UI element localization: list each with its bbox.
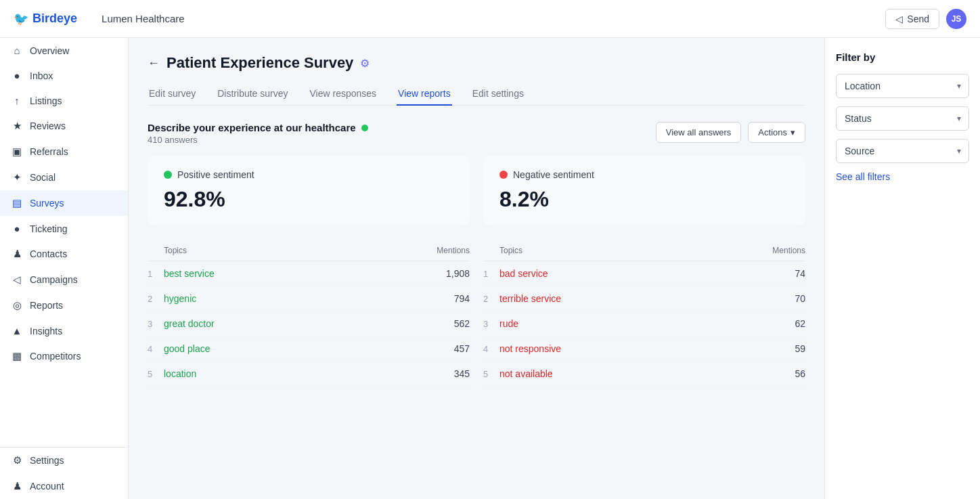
main-content: ← Patient Experience Survey ⚙ Edit surve… <box>129 38 824 499</box>
layout: ⌂Overview●Inbox↑Listings★Reviews▣Referra… <box>0 38 980 499</box>
topbar: 🐦 Birdeye Lumen Healthcare ◁ Send JS <box>0 0 980 38</box>
tab-view-reports[interactable]: View reports <box>397 83 452 106</box>
sidebar-item-reports[interactable]: ◎Reports <box>0 292 128 318</box>
positive-topic-row: 5 location 345 <box>148 362 470 387</box>
back-button[interactable]: ← <box>148 56 160 70</box>
surveys-icon: ▤ <box>11 197 23 209</box>
sidebar-item-ticketing[interactable]: ●Ticketing <box>0 216 128 241</box>
sidebar-item-campaigns[interactable]: ◁Campaigns <box>0 267 128 292</box>
question-header: Describe your experience at our healthca… <box>148 122 805 145</box>
negative-mentions-col-header: Mentions <box>751 246 805 255</box>
sidebar-item-referrals[interactable]: ▣Referrals <box>0 139 128 165</box>
negative-topic-row: 2 terrible service 70 <box>483 286 805 311</box>
competitors-icon: ▦ <box>11 350 23 362</box>
filter-title: Filter by <box>836 51 969 63</box>
negative-topic-row: 3 rude 62 <box>483 311 805 337</box>
sidebar: ⌂Overview●Inbox↑Listings★Reviews▣Referra… <box>0 38 129 499</box>
positive-topics-col-header: Topics <box>164 246 416 255</box>
sidebar-item-account[interactable]: ♟Account <box>0 473 128 499</box>
sidebar-item-settings[interactable]: ⚙Settings <box>0 448 128 473</box>
sidebar-item-overview[interactable]: ⌂Overview <box>0 38 128 63</box>
sidebar-item-competitors[interactable]: ▦Competitors <box>0 343 128 369</box>
negative-topic-row: 5 not available 56 <box>483 362 805 387</box>
location-filter-wrap: Location ▾ <box>836 74 969 98</box>
source-filter[interactable]: Source <box>836 139 969 163</box>
topbar-actions: ◁ Send JS <box>885 9 966 29</box>
sidebar-item-insights[interactable]: ▲Insights <box>0 318 128 343</box>
referrals-icon: ▣ <box>11 146 23 158</box>
filter-panel: Filter by Location ▾ Status ▾ Source ▾ S… <box>824 38 980 499</box>
brand-name: Birdeye <box>32 12 77 26</box>
company-name: Lumen Healthcare <box>102 13 185 24</box>
see-all-filters-link[interactable]: See all filters <box>836 171 969 182</box>
sidebar-item-surveys[interactable]: ▤Surveys <box>0 190 128 216</box>
positive-topics-table: Topics Mentions 1 best service 1,908 2 h… <box>148 242 470 387</box>
positive-value: 92.8% <box>164 187 453 212</box>
send-icon: ◁ <box>895 14 903 24</box>
send-button[interactable]: ◁ Send <box>885 9 939 29</box>
positive-sentiment-card: Positive sentiment 92.8% <box>148 156 470 225</box>
negative-label: Negative sentiment <box>499 169 789 180</box>
tab-distribute-survey[interactable]: Distribute survey <box>216 83 289 106</box>
actions-chevron-icon: ▾ <box>790 127 795 137</box>
negative-topic-row: 4 not responsive 59 <box>483 337 805 362</box>
active-indicator <box>361 125 368 131</box>
sidebar-item-inbox[interactable]: ●Inbox <box>0 63 128 88</box>
sidebar-bottom: ⚙Settings♟Account <box>0 447 128 499</box>
tab-view-responses[interactable]: View responses <box>309 83 378 106</box>
listings-icon: ↑ <box>11 95 23 106</box>
positive-label: Positive sentiment <box>164 169 453 180</box>
insights-icon: ▲ <box>11 325 23 337</box>
page-settings-icon[interactable]: ⚙ <box>360 57 370 70</box>
positive-topic-row: 2 hygenic 794 <box>148 286 470 311</box>
contacts-icon: ♟ <box>11 248 23 260</box>
status-filter[interactable]: Status <box>836 106 969 131</box>
status-filter-wrap: Status ▾ <box>836 106 969 131</box>
positive-topics-header: Topics Mentions <box>148 242 470 261</box>
negative-topics-header: Topics Mentions <box>483 242 805 261</box>
sidebar-item-listings[interactable]: ↑Listings <box>0 88 128 113</box>
view-answers-button[interactable]: View all answers <box>656 122 742 143</box>
survey-tabs: Edit surveyDistribute surveyView respons… <box>148 83 805 106</box>
negative-topics-col-header: Topics <box>499 246 751 255</box>
brand-icon: 🐦 <box>14 12 28 26</box>
sidebar-item-reviews[interactable]: ★Reviews <box>0 113 128 139</box>
negative-sentiment-card: Negative sentiment 8.2% <box>483 156 805 225</box>
question-actions: View all answers Actions ▾ <box>656 122 805 143</box>
tab-edit-settings[interactable]: Edit settings <box>471 83 525 106</box>
positive-mentions-col-header: Mentions <box>416 246 470 255</box>
campaigns-icon: ◁ <box>11 274 23 286</box>
positive-topic-row: 4 good place 457 <box>148 337 470 362</box>
negative-dot <box>499 171 508 179</box>
avatar[interactable]: JS <box>946 9 966 29</box>
reports-icon: ◎ <box>11 299 23 311</box>
reviews-icon: ★ <box>11 120 23 132</box>
overview-icon: ⌂ <box>11 45 23 56</box>
topics-row: Topics Mentions 1 best service 1,908 2 h… <box>148 242 805 387</box>
social-icon: ✦ <box>11 171 23 183</box>
question-info: Describe your experience at our healthca… <box>148 122 368 145</box>
settings-icon: ⚙ <box>11 454 23 467</box>
page-header: ← Patient Experience Survey ⚙ <box>148 54 805 72</box>
positive-topic-row: 3 great doctor 562 <box>148 311 470 337</box>
inbox-icon: ● <box>11 70 23 81</box>
location-filter[interactable]: Location <box>836 74 969 98</box>
page-title: Patient Experience Survey <box>166 54 353 72</box>
sidebar-item-social[interactable]: ✦Social <box>0 165 128 190</box>
ticketing-icon: ● <box>11 223 23 234</box>
actions-button[interactable]: Actions ▾ <box>748 122 805 143</box>
answer-count: 410 answers <box>148 135 368 145</box>
tab-edit-survey[interactable]: Edit survey <box>148 83 197 106</box>
sentiment-row: Positive sentiment 92.8% Negative sentim… <box>148 156 805 225</box>
brand-logo: 🐦 Birdeye <box>14 12 77 26</box>
sidebar-item-contacts[interactable]: ♟Contacts <box>0 241 128 267</box>
negative-value: 8.2% <box>499 187 789 212</box>
negative-topics-table: Topics Mentions 1 bad service 74 2 terri… <box>483 242 805 387</box>
positive-topic-row: 1 best service 1,908 <box>148 261 470 286</box>
negative-topic-row: 1 bad service 74 <box>483 261 805 286</box>
question-title: Describe your experience at our healthca… <box>148 122 368 133</box>
account-icon: ♟ <box>11 480 23 492</box>
source-filter-wrap: Source ▾ <box>836 139 969 163</box>
positive-dot <box>164 171 172 179</box>
